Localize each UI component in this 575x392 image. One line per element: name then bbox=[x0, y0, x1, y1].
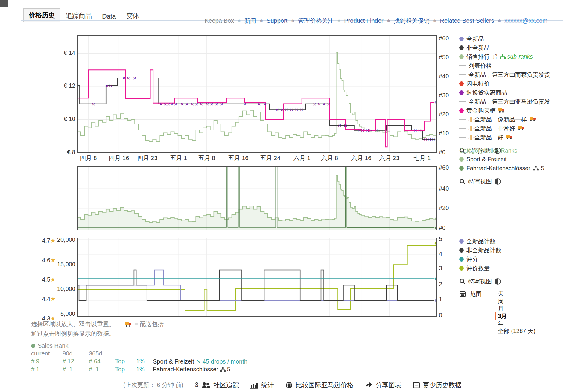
stats-header: 90d bbox=[63, 350, 72, 357]
legend-item[interactable]: 非全新品计数 bbox=[459, 246, 536, 255]
legend-line-icon bbox=[459, 137, 466, 138]
toolbar-label: 比较国际亚马逊价格 bbox=[296, 381, 354, 389]
range-option-全部 (1287 天)[interactable]: 全部 (1287 天) bbox=[495, 327, 536, 335]
legend-toggle-hint-text: 通过点击图例切换显示的数据。 bbox=[31, 330, 115, 338]
legend-item[interactable]: 列表价格 bbox=[459, 61, 550, 70]
header-links: Keepa Box❖新闻❖Support❖管理价格关注❖Product Find… bbox=[205, 17, 547, 25]
sales-rank-label: Sales Rank bbox=[38, 342, 68, 349]
rating-axis-tick: 4.5★ bbox=[17, 276, 56, 283]
svg-text:×: × bbox=[133, 75, 137, 81]
legend-label: 全新品计数 bbox=[466, 237, 496, 245]
legend-item[interactable]: Fahrrad-Kettenschlösser5 bbox=[459, 164, 544, 173]
svg-text:×: × bbox=[190, 101, 194, 107]
header-link-xxxxxx@xx.com[interactable]: xxxxxx@xx.com bbox=[504, 17, 547, 24]
legend-label: 闪电特价 bbox=[466, 80, 490, 88]
range-option-天[interactable]: 天 bbox=[495, 290, 536, 297]
legend-label: 非全新品，好 bbox=[468, 133, 503, 142]
sales-rank-closeup-chart[interactable] bbox=[77, 166, 437, 230]
category-sales-ranks-heading: Category Sales Ranks bbox=[459, 146, 544, 155]
sales-rank-series-label[interactable]: Sales Rank bbox=[31, 342, 68, 349]
header-link-product-finder[interactable]: Product Finder bbox=[344, 17, 383, 24]
legend-toggle-hint: 通过点击图例切换显示的数据。 bbox=[31, 330, 115, 338]
range-option-周[interactable]: 周 bbox=[495, 297, 536, 305]
closeup-toggle[interactable] bbox=[495, 278, 501, 285]
zoom-hint-text: 选择区域以放大。双击以重置。 bbox=[31, 320, 115, 328]
magnifier-icon bbox=[459, 278, 466, 285]
calendar-icon bbox=[459, 290, 466, 335]
range-label: 范围 bbox=[470, 290, 482, 335]
price-history-chart[interactable]: ××××××××××××××××××××××××××××××××××××××××… bbox=[77, 35, 437, 153]
range-option-年[interactable]: 年 bbox=[495, 320, 536, 327]
legend-label: 非全新品 bbox=[466, 44, 490, 52]
truck-icon bbox=[518, 126, 525, 130]
link-separator-icon: ❖ bbox=[260, 19, 264, 23]
toolbar-share-button[interactable]: 分享图表 bbox=[365, 381, 401, 389]
stat-90d: # 1 bbox=[63, 366, 72, 373]
legend-dot-icon bbox=[459, 81, 464, 86]
toolbar-bars-button[interactable]: 统计 bbox=[250, 381, 274, 389]
legend-item[interactable]: 评价数量 bbox=[459, 264, 536, 273]
legend-dot-icon bbox=[459, 248, 464, 253]
legend-item[interactable]: 闪电特价 bbox=[459, 79, 550, 88]
truck-icon-wrap bbox=[506, 134, 513, 141]
svg-text:×: × bbox=[257, 101, 261, 107]
legend-item[interactable]: 销售排行↓91 sub-ranks bbox=[459, 52, 550, 61]
closeup-toggle-row[interactable]: 特写视图 bbox=[459, 177, 544, 186]
stat-category[interactable]: Sport & Freizeit ↘ 45 drops / month bbox=[153, 358, 247, 365]
toolbar-globe-button[interactable]: 比较国际亚马逊价格 bbox=[285, 381, 354, 389]
review-count-axis-tick: 5,000 bbox=[36, 310, 75, 317]
range-option-3月[interactable]: 3月 bbox=[495, 312, 536, 320]
sub-ranks-link[interactable]: sub-ranks bbox=[500, 53, 533, 60]
link-separator-icon: ❖ bbox=[337, 19, 341, 23]
legend-line-icon bbox=[459, 119, 466, 120]
header-link-找到相关促销[interactable]: 找到相关促销 bbox=[394, 17, 430, 25]
closeup-toggle[interactable] bbox=[495, 178, 501, 185]
svg-text:×: × bbox=[326, 101, 330, 107]
header-link-管理价格关注[interactable]: 管理价格关注 bbox=[298, 17, 334, 25]
legend-dot-icon bbox=[459, 45, 464, 50]
svg-text:×: × bbox=[322, 101, 326, 107]
toolbar-people-button[interactable]: 3社区追踪 bbox=[195, 381, 239, 389]
stats-header: 365d bbox=[89, 350, 102, 357]
price-axis-tick: € 14 bbox=[36, 49, 75, 56]
legend-item[interactable]: 退换货实惠商品 bbox=[459, 88, 550, 97]
svg-text:×: × bbox=[280, 107, 284, 113]
legend-label: 全新品 bbox=[466, 35, 484, 43]
rank-axis-tick: #30 bbox=[439, 92, 449, 99]
legend-label: 非全新品，非常好 bbox=[468, 124, 515, 133]
closeup-rank-axis-tick: #40 bbox=[439, 185, 449, 192]
legend-item[interactable]: 全新品计数 bbox=[459, 237, 536, 246]
legend-item[interactable]: 非全新品，非常好 bbox=[459, 124, 550, 133]
legend-item[interactable]: 非全新品，像新品一样 bbox=[459, 115, 550, 124]
legend-label: Sport & Freizeit bbox=[466, 156, 506, 163]
range-option-月[interactable]: 月 bbox=[495, 305, 536, 312]
closeup-toggle-row[interactable]: 特写视图 bbox=[459, 277, 536, 286]
tab-data[interactable]: Data bbox=[97, 10, 121, 22]
stat-current: # 1 bbox=[31, 366, 39, 373]
legend-label: 全新品，第三方由亚马逊负责发 bbox=[468, 98, 550, 106]
stat-90d: # 12 bbox=[63, 358, 74, 365]
legend-line-icon bbox=[459, 101, 466, 102]
stat-category: Fahrrad-Kettenschlösser 5 bbox=[153, 366, 230, 373]
legend-item[interactable]: Sport & Freizeit bbox=[459, 155, 544, 164]
legend-item[interactable]: 非全新品 bbox=[459, 43, 550, 52]
sort-rank-icon[interactable]: ↓91 bbox=[492, 54, 497, 60]
legend-item[interactable]: 黄金购买框 bbox=[459, 106, 550, 115]
sitemap-icon bbox=[533, 165, 539, 172]
header-link-新闻[interactable]: 新闻 bbox=[244, 17, 256, 25]
closeup-label: 特写视图 bbox=[468, 277, 492, 285]
legend-item[interactable]: 全新品，第三方由商家负责发货 bbox=[459, 70, 550, 79]
legend-dot-icon bbox=[459, 266, 464, 271]
header-link-support[interactable]: Support bbox=[267, 17, 288, 24]
legend-label: 退换货实惠商品 bbox=[466, 89, 507, 97]
legend-item[interactable]: 全新品 bbox=[459, 34, 550, 43]
header-link-related-best-sellers[interactable]: Related Best Sellers bbox=[440, 17, 494, 24]
legend-item[interactable]: 全新品，第三方由亚马逊负责发 bbox=[459, 97, 550, 106]
legend-item[interactable]: 评分 bbox=[459, 255, 536, 264]
legend-dot-icon bbox=[459, 108, 464, 113]
counts-legend: 全新品计数非全新品计数评分评价数量特写视图范围天周月3月年全部 (1287 天) bbox=[459, 237, 536, 335]
offer-count-axis-tick: 2 bbox=[439, 281, 442, 288]
legend-item[interactable]: 非全新品，好 bbox=[459, 133, 550, 142]
counts-rating-chart[interactable] bbox=[77, 238, 437, 317]
toolbar-minusbox-button[interactable]: 更少历史数据 bbox=[413, 381, 462, 389]
